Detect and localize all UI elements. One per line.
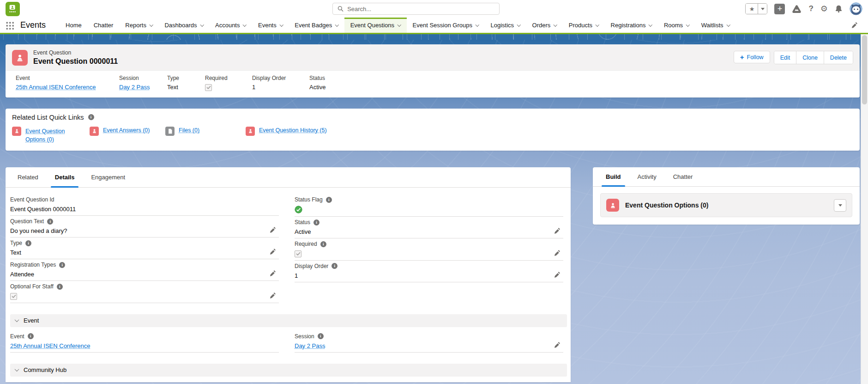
side-panel-tabs: Build Activity Chatter [593,167,860,187]
quick-link[interactable]: Files (0) [179,127,199,134]
follow-button[interactable]: + Follow [734,51,770,63]
setup-gear-icon[interactable]: ⚙ [820,5,828,13]
quick-links-title: Related List Quick Links [12,114,84,121]
session-link[interactable]: Day 2 Pass [295,342,325,349]
nav-tab-dashboards[interactable]: Dashboards [158,18,209,33]
event-answers-icon [90,127,99,136]
header-texture-band [0,34,868,40]
search-icon [338,6,344,12]
record-highlights-panel: Event Question Event Question 0000011 + … [6,44,860,98]
nav-tab-orders[interactable]: Orders [526,18,563,33]
chevron-down-icon [280,23,283,26]
info-icon[interactable] [332,263,338,269]
event-question-history-icon [246,127,255,136]
side-panel: Build Activity Chatter Event Question Op… [593,167,860,382]
chevron-down-icon [398,23,401,26]
info-icon[interactable] [320,241,326,247]
edit-pencil-icon[interactable] [270,248,276,255]
info-icon[interactable] [25,240,31,246]
related-list-quick-links: Related List Quick Links Event Question … [6,109,860,151]
required-checkbox [295,250,301,257]
app-nav-bar: Events Home Chatter Reports Dashboards A… [0,18,868,34]
info-icon[interactable] [28,333,34,339]
search-input[interactable] [347,6,494,12]
global-search [332,3,500,15]
chevron-down-icon [596,23,599,26]
related-list-dropdown-button[interactable] [834,199,846,212]
user-avatar[interactable] [850,2,862,15]
edit-pencil-icon[interactable] [554,271,561,278]
record-action-group: Edit Clone Delete [774,51,853,64]
quick-link-event-answers: Event Answers (0) [90,127,160,145]
info-icon[interactable] [88,114,94,120]
nav-tab-registrations[interactable]: Registrations [605,18,658,33]
section-community-hub[interactable]: Community Hub [10,364,567,377]
tab-details[interactable]: Details [47,167,83,187]
edit-pencil-icon[interactable] [554,250,561,256]
field-event: Event 25th Annual ISEN Conference [10,331,279,353]
nav-tab-events[interactable]: Events [252,18,289,33]
favorites-star-icon[interactable]: ★ [746,4,758,14]
chevron-down-icon [554,23,557,26]
required-checkbox [205,84,212,91]
nav-tab-event-badges[interactable]: Event Badges [289,18,344,33]
page-title: Event Question 0000011 [33,57,118,66]
nav-tab-event-questions[interactable]: Event Questions [344,18,407,33]
nav-tab-reports[interactable]: Reports [119,18,158,33]
info-icon[interactable] [313,219,319,226]
chevron-down-icon [15,317,19,322]
guidance-center-icon[interactable] [792,5,802,13]
delete-button[interactable]: Delete [824,51,853,64]
page-background: Event Question Event Question 0000011 + … [0,40,868,384]
scrollbar-thumb[interactable] [862,35,867,104]
info-icon[interactable] [47,219,53,225]
nav-tab-event-session-groups[interactable]: Event Session Groups [407,18,485,33]
nav-tab-accounts[interactable]: Accounts [209,18,252,33]
info-icon[interactable] [59,262,65,268]
info-icon[interactable] [326,197,332,203]
chevron-down-icon [686,23,690,26]
field-display-order: Display Order 1 [295,261,563,282]
tab-activity[interactable]: Activity [629,167,665,186]
page-scrollbar[interactable] [861,34,868,384]
field-status: Status Active [295,217,563,238]
edit-pencil-icon[interactable] [270,292,276,299]
info-icon[interactable] [318,333,324,339]
favorites-chevron-icon[interactable] [758,4,767,14]
edit-pencil-icon[interactable] [270,270,276,276]
nav-tab-waitlists[interactable]: Waitlists [695,18,735,33]
related-list-event-question-options[interactable]: Event Question Options (0) [600,193,852,217]
quick-link[interactable]: Event Question History (5) [259,127,327,134]
tab-related[interactable]: Related [9,167,47,187]
event-link[interactable]: 25th Annual ISEN Conference [16,84,96,91]
chevron-down-icon [726,23,730,26]
edit-pencil-icon[interactable] [554,227,561,234]
personalize-nav-pencil-icon[interactable] [851,22,858,28]
global-actions-plus-icon[interactable]: + [774,4,785,14]
info-icon[interactable] [57,284,63,290]
event-link[interactable]: 25th Annual ISEN Conference [10,342,90,349]
chevron-down-icon [150,23,153,26]
tab-build[interactable]: Build [597,167,629,186]
nav-tab-chatter[interactable]: Chatter [88,18,120,33]
nav-tab-products[interactable]: Products [563,18,605,33]
edit-pencil-icon[interactable] [270,226,276,233]
clone-button[interactable]: Clone [796,51,824,64]
help-icon[interactable]: ? [808,4,813,13]
quick-link[interactable]: Event Answers (0) [103,127,150,134]
tab-chatter[interactable]: Chatter [665,167,701,186]
app-logo-icon[interactable] [6,2,20,16]
quick-link[interactable]: Event Question Options (0) [25,127,70,145]
app-launcher-waffle-icon[interactable] [6,21,14,30]
nav-tab-logistics[interactable]: Logistics [484,18,526,33]
tab-engagement[interactable]: Engagement [83,167,133,187]
highlight-fields: Event 25th Annual ISEN Conference Sessio… [6,70,860,98]
edit-button[interactable]: Edit [774,51,796,64]
nav-tab-rooms[interactable]: Rooms [658,18,695,33]
section-event[interactable]: Event [10,314,567,327]
edit-pencil-icon[interactable] [554,341,561,348]
chevron-down-icon [649,23,652,26]
nav-tab-home[interactable]: Home [60,18,88,33]
session-link[interactable]: Day 2 Pass [119,84,150,91]
notifications-bell-icon[interactable] [835,5,843,13]
